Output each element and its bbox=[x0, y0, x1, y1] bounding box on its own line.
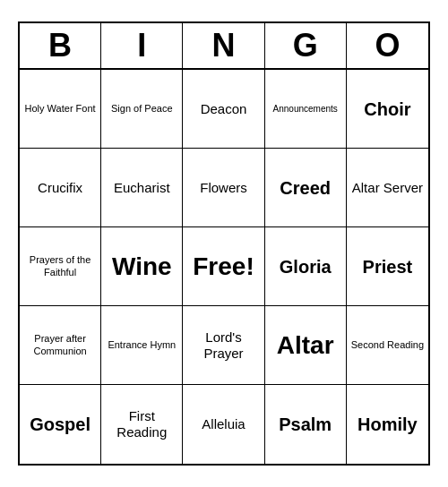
header-letter: I bbox=[101, 23, 183, 68]
grid-cell: Prayer after Communion bbox=[20, 306, 101, 385]
header-letter: N bbox=[183, 23, 264, 68]
grid-cell: Alleluia bbox=[183, 385, 264, 464]
header-letter: O bbox=[347, 23, 428, 68]
grid-cell: Announcements bbox=[265, 70, 347, 149]
grid-cell: Wine bbox=[101, 227, 183, 306]
header-letter: B bbox=[20, 23, 101, 68]
bingo-card: BINGO Holy Water FontSign of PeaceDeacon… bbox=[18, 21, 430, 466]
grid-cell: Holy Water Font bbox=[20, 70, 101, 149]
grid-cell: Creed bbox=[265, 149, 347, 227]
grid-cell: Psalm bbox=[265, 385, 347, 464]
grid-cell: Prayers of the Faithful bbox=[20, 227, 101, 306]
grid-cell: Free! bbox=[183, 227, 264, 306]
grid-cell: Flowers bbox=[183, 149, 264, 227]
bingo-header: BINGO bbox=[20, 23, 428, 70]
grid-cell: Gloria bbox=[265, 227, 347, 306]
grid-cell: Sign of Peace bbox=[101, 70, 183, 149]
grid-cell: Eucharist bbox=[101, 149, 183, 227]
grid-cell: Altar bbox=[265, 306, 347, 385]
grid-cell: Altar Server bbox=[347, 149, 428, 227]
grid-cell: Priest bbox=[347, 227, 428, 306]
grid-cell: First Reading bbox=[101, 385, 183, 464]
grid-cell: Homily bbox=[347, 385, 428, 464]
bingo-grid: Holy Water FontSign of PeaceDeaconAnnoun… bbox=[20, 70, 428, 464]
grid-cell: Deacon bbox=[183, 70, 264, 149]
grid-cell: Entrance Hymn bbox=[101, 306, 183, 385]
header-letter: G bbox=[265, 23, 347, 68]
grid-cell: Lord's Prayer bbox=[183, 306, 264, 385]
grid-cell: Second Reading bbox=[347, 306, 428, 385]
grid-cell: Crucifix bbox=[20, 149, 101, 227]
grid-cell: Choir bbox=[347, 70, 428, 149]
grid-cell: Gospel bbox=[20, 385, 101, 464]
